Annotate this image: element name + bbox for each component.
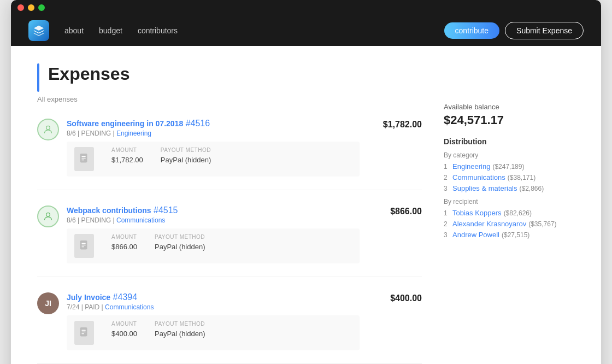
expense-detail: AMOUNT $1,782.00 PAYOUT METHOD PayPal (h…: [67, 142, 360, 177]
svg-point-5: [46, 213, 50, 216]
page-title: Expenses: [48, 63, 130, 84]
amount-value: $866.00: [111, 243, 137, 251]
rank: 3: [444, 185, 450, 192]
svg-rect-11: [81, 330, 85, 331]
list-item: 3 Supplies & materials ($2,866): [444, 184, 575, 192]
expense-status: PAID: [85, 303, 99, 311]
navbar: about budget contributors contribute Sub…: [11, 15, 601, 46]
avatar: [37, 119, 59, 140]
page-header: Expenses: [37, 63, 422, 92]
main-content: Expenses All expenses Software engineeri…: [11, 46, 601, 364]
minimize-dot[interactable]: [28, 4, 34, 11]
list-item: 1 Tobias Koppers ($82,626): [444, 209, 575, 217]
amount-label: AMOUNT: [111, 321, 137, 327]
nav-link-contributors[interactable]: contributors: [138, 26, 178, 35]
payout-label: PAYOUT METHOD: [155, 234, 205, 240]
detail-cols: AMOUNT $400.00 PAYOUT METHOD PayPal (hid…: [111, 321, 205, 338]
by-category-subtitle: By category: [444, 151, 575, 159]
payout-col: PAYOUT METHOD PayPal (hidden): [155, 234, 205, 251]
avatar: [37, 206, 59, 227]
svg-rect-8: [81, 245, 85, 245]
category-amount: ($2,866): [520, 185, 544, 192]
close-dot[interactable]: [17, 4, 24, 11]
detail-cols: AMOUNT $866.00 PAYOUT METHOD PayPal (hid…: [111, 234, 205, 251]
contribute-button[interactable]: contribute: [444, 22, 499, 39]
recipient-link[interactable]: Andrew Powell: [452, 231, 499, 239]
svg-rect-13: [81, 333, 84, 334]
expense-category[interactable]: Communications: [116, 216, 165, 224]
payout-value: PayPal (hidden): [155, 243, 205, 251]
payout-col: PAYOUT METHOD PayPal (hidden): [161, 147, 211, 165]
submit-expense-button[interactable]: Submit Expense: [505, 22, 584, 39]
list-item: 1 Engineering ($247,189): [444, 162, 575, 171]
svg-point-0: [46, 126, 50, 130]
svg-rect-12: [81, 332, 85, 332]
blue-accent-bar: [37, 63, 39, 92]
nav-link-about[interactable]: about: [64, 26, 84, 35]
app-window: about budget contributors contribute Sub…: [11, 0, 601, 364]
rank: 2: [444, 174, 450, 181]
amount-value: $400.00: [111, 330, 137, 338]
expense-item: JI July Invoice #4394 7/24 | PAID | Comm…: [37, 292, 422, 364]
expense-category[interactable]: Engineering: [116, 130, 151, 137]
amount-label: AMOUNT: [111, 234, 137, 240]
list-item: 2 Communications ($38,171): [444, 173, 575, 181]
zoom-dot[interactable]: [38, 4, 45, 11]
expense-number-val: #4394: [113, 292, 138, 302]
detail-cols: AMOUNT $1,782.00 PAYOUT METHOD PayPal (h…: [111, 147, 211, 165]
logo[interactable]: [28, 20, 49, 41]
recipient-link[interactable]: Alexander Krasnoyarov: [452, 220, 526, 228]
expense-title[interactable]: July Invoice: [67, 293, 110, 302]
payout-label: PAYOUT METHOD: [155, 321, 205, 327]
expense-category[interactable]: Communications: [105, 303, 154, 311]
expense-title[interactable]: Webpack contributions: [67, 206, 151, 215]
amount-label: AMOUNT: [111, 147, 143, 153]
avatar: JI: [37, 292, 59, 314]
expense-item: Software engineering in 07.2018 #4516 8/…: [37, 119, 422, 190]
expense-meta: 7/24 | PAID | Communications: [67, 303, 360, 311]
category-link: Supplies & materials: [452, 184, 517, 192]
expense-amount: $400.00: [367, 292, 422, 303]
doc-icon: [74, 147, 94, 171]
recipient-amount: ($27,515): [502, 231, 529, 239]
svg-rect-9: [81, 246, 84, 247]
expense-date: 8/6: [67, 130, 76, 137]
expense-status: PENDING: [81, 216, 111, 224]
nav-link-budget[interactable]: budget: [99, 26, 122, 35]
recipient-link[interactable]: Tobias Koppers: [452, 209, 502, 217]
expense-body: Software engineering in 07.2018 #4516 8/…: [67, 119, 360, 177]
balance-label: Available balance: [444, 103, 575, 111]
rank: 1: [444, 209, 450, 217]
svg-rect-7: [81, 243, 85, 244]
expense-number-val: #4515: [154, 206, 178, 215]
svg-rect-3: [81, 158, 85, 158]
amount-col: AMOUNT $866.00: [111, 234, 137, 251]
expense-status: PENDING: [81, 130, 111, 137]
rank: 3: [444, 231, 450, 239]
expense-date: 7/24: [67, 303, 79, 311]
payout-value: PayPal (hidden): [161, 156, 211, 164]
expense-date: 8/6: [67, 216, 76, 224]
payout-col: PAYOUT METHOD PayPal (hidden): [155, 321, 205, 338]
expense-amount: $866.00: [367, 206, 422, 216]
expense-detail: AMOUNT $866.00 PAYOUT METHOD PayPal (hid…: [67, 228, 360, 263]
by-recipient-subtitle: By recipient: [444, 198, 575, 206]
expense-item: Webpack contributions #4515 8/6 | PENDIN…: [37, 206, 422, 277]
balance-value: $24,571.17: [444, 113, 575, 127]
recipient-amount: ($35,767): [528, 220, 556, 228]
category-amount: ($247,189): [492, 163, 524, 171]
expense-number-val: #4516: [186, 119, 210, 128]
category-link[interactable]: Communications: [452, 173, 505, 181]
expense-meta: 8/6 | PENDING | Communications: [67, 216, 360, 224]
expense-body: July Invoice #4394 7/24 | PAID | Communi…: [67, 292, 360, 350]
payout-value: PayPal (hidden): [155, 330, 205, 338]
category-amount: ($38,171): [508, 174, 536, 181]
nav-right: contribute Submit Expense: [444, 22, 584, 39]
expense-title[interactable]: Software engineering in 07.2018: [67, 119, 183, 128]
sidebar: Available balance $24,571.17 Distributio…: [444, 63, 575, 364]
expense-meta: 8/6 | PENDING | Engineering: [67, 130, 360, 137]
category-link[interactable]: Engineering: [452, 162, 490, 171]
expense-detail: AMOUNT $400.00 PAYOUT METHOD PayPal (hid…: [67, 315, 360, 350]
recipient-amount: ($82,626): [504, 209, 532, 217]
list-item: 2 Alexander Krasnoyarov ($35,767): [444, 220, 575, 228]
